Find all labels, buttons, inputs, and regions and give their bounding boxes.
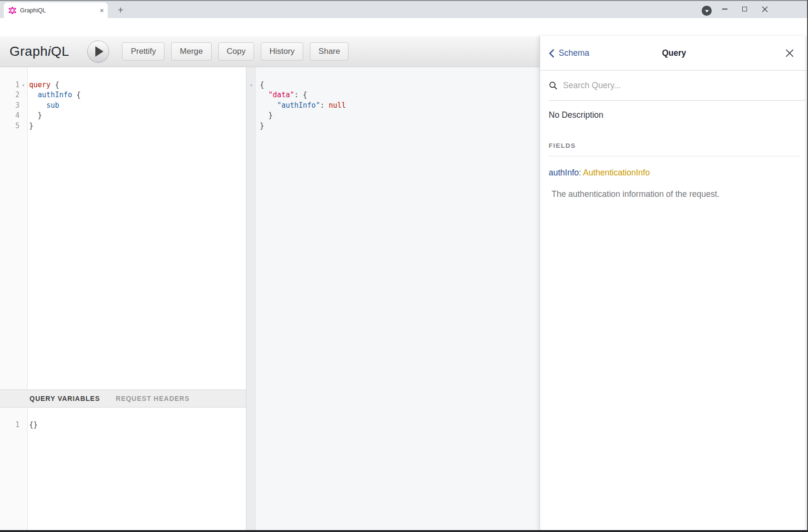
doc-search-input[interactable] (563, 81, 744, 91)
new-tab-button[interactable]: + (114, 4, 127, 16)
fold-gutter (246, 90, 256, 100)
code-line: "data": { (256, 90, 307, 100)
field-row-authinfo: authInfo: AuthenticationInfo (549, 168, 799, 178)
close-icon (785, 49, 794, 58)
doc-explorer-content: No Description FIELDS authInfo: Authenti… (540, 101, 808, 530)
merge-button[interactable]: Merge (171, 42, 211, 61)
fold-gutter (20, 111, 27, 121)
doc-explorer-header: Query Schema (540, 36, 808, 71)
search-icon (549, 81, 558, 90)
line-number: 4 (0, 111, 20, 121)
query-code[interactable]: 1▾query {2 authInfo {3 sub4 }5} (0, 67, 246, 389)
code-line: } (256, 121, 264, 131)
doc-close-button[interactable] (783, 47, 796, 59)
copy-button[interactable]: Copy (218, 42, 255, 61)
graphiql-app: GraphiQL Prettify Merge Copy History Sha… (0, 36, 808, 530)
code-line: {} (27, 420, 38, 430)
fold-gutter (20, 121, 27, 131)
close-icon (762, 6, 768, 12)
history-button[interactable]: History (261, 42, 303, 61)
query-editor[interactable]: 1▾query {2 authInfo {3 sub4 }5} (0, 67, 246, 389)
tab-search-button[interactable] (702, 6, 712, 16)
play-icon (95, 46, 103, 57)
secondary-editor-tabs: QUERY VARIABLES REQUEST HEADERS (0, 389, 246, 408)
fold-gutter (20, 90, 27, 100)
fold-gutter (246, 111, 256, 121)
workspace: 1▾query {2 authInfo {3 sub4 }5} QUERY VA… (0, 67, 540, 530)
execute-query-button[interactable] (87, 41, 109, 62)
graphiql-logo: GraphiQL (10, 44, 69, 59)
type-description: No Description (549, 110, 799, 120)
line-number: 3 (0, 101, 20, 111)
code-line: { (256, 80, 264, 90)
line-number: 1 (0, 80, 20, 90)
tab-close-icon[interactable]: × (100, 7, 104, 14)
fold-arrow-icon[interactable]: ▾ (246, 80, 256, 90)
field-type-link[interactable]: AuthenticationInfo (583, 168, 650, 177)
share-button[interactable]: Share (310, 42, 348, 61)
window-minimize-button[interactable] (715, 0, 734, 18)
code-line: } (256, 111, 273, 121)
tab-query-variables[interactable]: QUERY VARIABLES (30, 395, 100, 402)
variables-editor[interactable]: 1{} (0, 408, 246, 530)
window-maximize-button[interactable] (735, 0, 754, 18)
graphql-favicon-icon (9, 7, 16, 14)
prettify-button[interactable]: Prettify (122, 42, 164, 61)
line-number: 5 (0, 121, 20, 131)
variables-code[interactable]: 1{} (0, 408, 246, 530)
code-line: authInfo { (27, 90, 81, 100)
doc-search-row (549, 71, 808, 101)
field-description: The authentication information of the re… (552, 189, 799, 199)
fold-gutter (20, 101, 27, 111)
browser-tab-graphiql[interactable]: GraphiQL × (4, 2, 108, 18)
window-close-button[interactable] (755, 0, 774, 18)
code-line: "authInfo": null (256, 101, 346, 111)
result-pane: ▾{ "data": { "authInfo": null }} (246, 67, 540, 530)
graphiql-main: GraphiQL Prettify Merge Copy History Sha… (0, 36, 540, 530)
doc-explorer-panel: Query Schema No Description FIELDS (540, 36, 808, 530)
result-code: ▾{ "data": { "authInfo": null }} (246, 67, 540, 530)
window-top-edge (0, 0, 808, 1)
tab-request-headers[interactable]: REQUEST HEADERS (116, 395, 190, 402)
line-number: 2 (0, 90, 20, 100)
browser-toolbar: localhost:3000/graphql ☆ P Tp L (0, 18, 808, 36)
graphiql-topbar: GraphiQL Prettify Merge Copy History Sha… (0, 36, 540, 67)
editor-column: 1▾query {2 authInfo {3 sub4 }5} QUERY VA… (0, 67, 246, 530)
code-line: } (27, 111, 42, 121)
field-name-link[interactable]: authInfo (549, 168, 579, 177)
code-line: query { (27, 80, 59, 90)
browser-titlebar: GraphiQL × + (0, 0, 808, 18)
code-line: sub (27, 101, 59, 111)
window-bottom-edge (0, 530, 808, 532)
fold-gutter (246, 121, 256, 131)
fold-arrow-icon[interactable]: ▾ (20, 80, 27, 90)
fold-gutter (246, 101, 256, 111)
fold-gutter (20, 420, 27, 430)
line-number: 1 (0, 420, 20, 430)
doc-explorer-title: Query (540, 48, 808, 58)
fields-heading: FIELDS (549, 142, 799, 156)
caret-down-icon (705, 10, 709, 12)
code-line: } (27, 121, 33, 131)
tab-title: GraphiQL (20, 7, 100, 14)
field-separator: : (579, 168, 583, 177)
